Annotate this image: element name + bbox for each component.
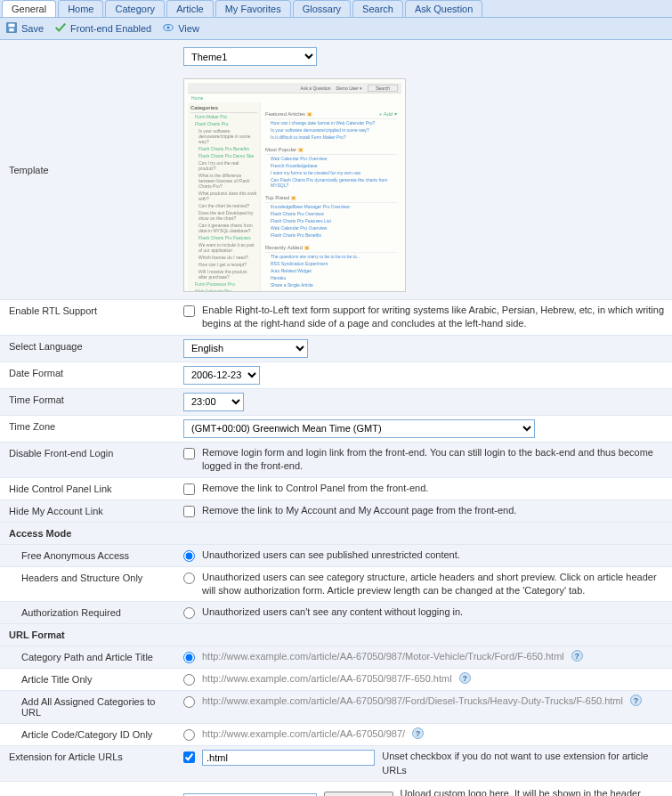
view-label: View — [178, 23, 199, 34]
help-icon[interactable]: ? — [571, 650, 583, 662]
access-free-radio[interactable] — [183, 550, 195, 562]
url-catpath-url: http://www.example.com/article/AA-67050/… — [202, 650, 564, 663]
hide-account-desc: Remove the link to My Account and My Acc… — [202, 504, 516, 517]
access-auth-desc: Unauthorized users can't see any content… — [202, 605, 463, 619]
time-format-select[interactable]: 23:00 — [183, 393, 244, 411]
frontend-toggle[interactable]: Front-end Enabled — [54, 21, 151, 36]
date-format-select[interactable]: 2006-12-23 — [183, 366, 260, 385]
access-free-label: Free Anonymous Access — [0, 545, 178, 566]
time-zone-select[interactable]: (GMT+00:00) Greenwich Mean Time (GMT) — [183, 419, 535, 438]
tab-glossary[interactable]: Glossary — [293, 0, 351, 17]
access-auth-label: Authorization Required — [0, 602, 178, 623]
hide-cp-desc: Remove the link to Control Panel from th… — [202, 482, 428, 495]
url-code-label: Article Code/Category ID Only — [0, 724, 178, 745]
help-icon[interactable]: ? — [630, 694, 642, 706]
url-catpath-label: Category Path and Article Title — [0, 646, 178, 668]
hide-cp-checkbox[interactable] — [183, 483, 195, 495]
template-preview: Ask a QuestionDemo User ▾Search Home Cat… — [183, 78, 406, 292]
disable-login-desc: Remove login form and login link from th… — [202, 446, 667, 474]
time-zone-label: Time Zone — [0, 416, 178, 442]
hide-cp-label: Hide Control Panel Link — [0, 478, 178, 500]
url-title-label: Article Title Only — [0, 669, 178, 690]
tab-general[interactable]: General — [2, 0, 56, 17]
save-button[interactable]: Save — [5, 21, 44, 36]
extension-desc: Unset checkbox if you do not want to use… — [382, 750, 667, 777]
help-icon[interactable]: ? — [459, 672, 471, 684]
disable-login-label: Disable Front-end Login — [0, 443, 178, 477]
disable-login-checkbox[interactable] — [183, 448, 195, 459]
access-free-desc: Unauthorized users can see published unr… — [202, 548, 460, 562]
language-select[interactable]: English — [183, 339, 308, 358]
url-allcat-radio[interactable] — [183, 696, 195, 708]
rtl-checkbox[interactable] — [183, 305, 195, 317]
tab-search[interactable]: Search — [352, 0, 403, 17]
time-format-label: Time Format — [0, 389, 178, 415]
rtl-label: Enable RTL Support — [0, 300, 178, 335]
svg-rect-2 — [9, 28, 13, 32]
url-allcat-label: Add All Assigned Categories to URL — [0, 691, 178, 723]
rtl-desc: Enable Right-to-Left text form support f… — [202, 304, 667, 331]
url-code-radio[interactable] — [183, 729, 195, 741]
url-code-url: http://www.example.com/article/AA-67050/… — [202, 727, 405, 741]
access-headers-label: Headers and Structure Only — [0, 567, 178, 602]
svg-point-4 — [166, 26, 170, 29]
tab-article[interactable]: Article — [166, 0, 214, 17]
tab-ask-question[interactable]: Ask Question — [405, 0, 482, 17]
save-label: Save — [21, 23, 44, 34]
extension-checkbox[interactable] — [183, 751, 195, 763]
url-title-url: http://www.example.com/article/AA-67050/… — [202, 672, 452, 686]
access-headers-radio[interactable] — [183, 573, 195, 584]
language-label: Select Language — [0, 336, 178, 361]
view-button[interactable]: View — [162, 21, 199, 36]
access-auth-radio[interactable] — [183, 607, 195, 619]
tab-bar: General Home Category Article My Favorit… — [0, 0, 672, 18]
tab-category[interactable]: Category — [105, 0, 165, 17]
help-icon[interactable]: ? — [412, 727, 424, 739]
frontend-label: Front-end Enabled — [70, 23, 151, 34]
browse-button[interactable]: Browse... — [324, 792, 393, 796]
hide-account-label: Hide My Account Link — [0, 500, 178, 522]
template-select[interactable]: Theme1 — [183, 47, 317, 66]
extension-input[interactable] — [202, 750, 375, 766]
access-mode-header: Access Mode — [0, 523, 672, 545]
logo-desc: Upload custom logo here. It will be show… — [401, 787, 667, 796]
url-title-radio[interactable] — [183, 674, 195, 686]
check-icon — [54, 21, 67, 36]
url-format-header: URL Format — [0, 624, 672, 646]
eye-icon — [162, 21, 174, 36]
url-allcat-url: http://www.example.com/article/AA-67050/… — [202, 694, 623, 708]
extension-label: Extension for Article URLs — [0, 746, 178, 781]
svg-rect-1 — [9, 24, 15, 28]
hide-account-checkbox[interactable] — [183, 506, 195, 517]
template-label: Template — [0, 159, 178, 181]
tab-home[interactable]: Home — [58, 0, 103, 17]
toolbar: Save Front-end Enabled View — [0, 18, 672, 40]
date-format-label: Date Format — [0, 362, 178, 388]
url-catpath-radio[interactable] — [183, 652, 195, 663]
tab-favorites[interactable]: My Favorites — [215, 0, 291, 17]
save-icon — [5, 21, 18, 36]
logo-path-input[interactable] — [183, 793, 317, 796]
access-headers-desc: Unauthorized users can see category stru… — [202, 571, 667, 598]
